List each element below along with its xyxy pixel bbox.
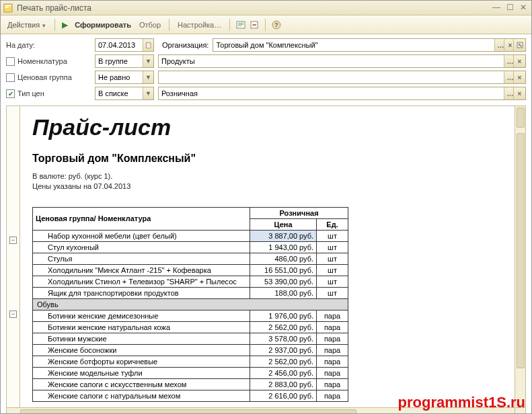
unit-cell: пара: [317, 378, 348, 390]
table-row[interactable]: Ботинки мужские3 578,00 руб.пара: [33, 333, 348, 344]
table-row[interactable]: Холодильник "Минск Атлант -215" + Кофева…: [33, 264, 348, 276]
pricegrp-op-combo[interactable]: Не равно ▼: [95, 71, 154, 84]
price-cell[interactable]: 2 937,00 руб.: [250, 344, 317, 356]
scroll-thumb[interactable]: [20, 409, 356, 414]
minimize-button[interactable]: —: [491, 3, 502, 13]
options-icon[interactable]: [235, 19, 246, 30]
actions-menu[interactable]: Действия▼: [5, 19, 49, 30]
table-row[interactable]: Ботинки женские демисезонные1 976,00 руб…: [33, 310, 348, 321]
table-row[interactable]: Женские босоножки2 937,00 руб.пара: [33, 344, 348, 356]
price-cell[interactable]: 2 562,00 руб.: [250, 356, 317, 367]
separator: [54, 19, 55, 31]
close-button[interactable]: ✕: [518, 3, 529, 13]
help-icon[interactable]: ?: [271, 19, 282, 30]
pricetype-checkbox[interactable]: ✔: [6, 89, 15, 98]
table-row[interactable]: Женские сапоги с искусственным мехом2 88…: [33, 378, 348, 390]
date-field[interactable]: 07.04.2013 📋: [95, 38, 154, 52]
scroll-thumb[interactable]: [517, 133, 525, 368]
titlebar: Печать прайс-листа — ☐ ✕: [1, 1, 531, 15]
chevron-down-icon[interactable]: ▼: [143, 71, 153, 83]
pricegrp-value-field[interactable]: … ×: [158, 71, 526, 84]
clear-icon[interactable]: ×: [513, 55, 525, 67]
settings-button[interactable]: Настройка…: [175, 19, 224, 30]
price-cell[interactable]: 1 943,00 руб.: [250, 241, 317, 253]
pricetype-op-combo[interactable]: В списке ▼: [95, 87, 154, 100]
unit-cell: пара: [317, 367, 348, 378]
clear-icon[interactable]: ×: [513, 71, 525, 83]
table-row[interactable]: Стулья486,00 руб.шт: [33, 253, 348, 264]
unit-cell: пара: [317, 344, 348, 356]
pricetype-label: Тип цен: [17, 89, 44, 97]
app-icon: [3, 3, 13, 13]
chevron-down-icon[interactable]: ▼: [143, 55, 153, 67]
unit-cell: пара: [317, 356, 348, 367]
pricegrp-checkbox[interactable]: [6, 73, 15, 82]
table-row[interactable]: Женские ботфорты коричневые2 562,00 руб.…: [33, 356, 348, 367]
table-row[interactable]: Ящик для транспортировки продуктов188,00…: [33, 287, 348, 298]
price-cell[interactable]: 3 578,00 руб.: [250, 333, 317, 344]
chevron-down-icon[interactable]: ▼: [143, 87, 153, 99]
document-viewport[interactable]: Прайс-лист Торговый дом "Комплексный" В …: [20, 106, 515, 407]
outline-collapse-icon[interactable]: −: [9, 237, 17, 244]
nomen-op-combo[interactable]: В группе ▼: [95, 54, 154, 68]
price-cell[interactable]: 53 390,00 руб.: [250, 276, 317, 287]
nomen-value-field[interactable]: Продукты … ×: [158, 54, 526, 68]
name-cell: Женские модельные туфли: [33, 367, 250, 378]
name-cell: Холодильник "Минск Атлант -215" + Кофева…: [33, 264, 250, 276]
price-cell[interactable]: 2 562,00 руб.: [250, 321, 317, 333]
unit-cell: пара: [317, 333, 348, 344]
name-cell: Стул кухонный: [33, 241, 250, 253]
table-row[interactable]: Набор кухонной мебели (цвет белый)3 887,…: [33, 230, 348, 241]
maximize-button[interactable]: ☐: [504, 3, 515, 13]
name-cell: Стулья: [33, 253, 250, 264]
unit-cell: шт: [317, 287, 348, 298]
horizontal-scrollbar[interactable]: [7, 407, 515, 414]
table-row[interactable]: Женские сапоги с натуральным мехом2 616,…: [33, 390, 348, 401]
name-cell: Ботинки мужские: [33, 333, 250, 344]
price-cell[interactable]: 16 551,00 руб.: [250, 264, 317, 276]
price-cell[interactable]: 188,00 руб.: [250, 287, 317, 298]
clear-icon[interactable]: ×: [513, 87, 525, 99]
document-area: − − Прайс-лист Торговый дом "Комплексный…: [6, 106, 526, 414]
window-title: Печать прайс-листа: [17, 3, 488, 13]
unit-cell: шт: [317, 276, 348, 287]
price-cell[interactable]: 2 456,00 руб.: [250, 367, 317, 378]
price-cell[interactable]: 3 887,00 руб.: [250, 230, 317, 241]
svg-rect-6: [238, 26, 241, 26]
outline-collapse-icon[interactable]: −: [9, 310, 17, 318]
svg-rect-1: [5, 5, 11, 6]
name-cell: Ботинки женские демисезонные: [33, 310, 250, 321]
form-button[interactable]: Сформировать: [72, 19, 134, 30]
price-cell[interactable]: 2 883,00 руб.: [250, 378, 317, 390]
unit-cell: пара: [317, 390, 348, 401]
filter-button[interactable]: Отбор: [137, 19, 163, 30]
name-cell: Женские сапоги с натуральным мехом: [33, 390, 250, 401]
table-row[interactable]: Ботинки женские натуральная кожа2 562,00…: [33, 321, 348, 333]
restore-icon[interactable]: [249, 19, 260, 30]
name-cell: Набор кухонной мебели (цвет белый): [33, 230, 250, 241]
name-cell: Женские босоножки: [33, 344, 250, 356]
separator: [265, 19, 266, 31]
outline-pane: − −: [7, 106, 20, 407]
open-icon[interactable]: [513, 39, 525, 51]
price-cell[interactable]: 1 976,00 руб.: [250, 310, 317, 321]
table-row[interactable]: Холодильник Стинол + Телевизор "SHARP" +…: [33, 276, 348, 287]
calendar-icon[interactable]: 📋: [143, 39, 153, 51]
org-label: Организация:: [162, 41, 208, 49]
price-cell[interactable]: 2 616,00 руб.: [250, 390, 317, 401]
org-field[interactable]: Торговый дом "Комплексный" … ×: [213, 38, 526, 52]
col-unit: Ед.: [317, 218, 348, 230]
table-row[interactable]: Стул кухонный1 943,00 руб.шт: [33, 241, 348, 253]
table-row[interactable]: Женские модельные туфли2 456,00 руб.пара: [33, 367, 348, 378]
price-cell[interactable]: 486,00 руб.: [250, 253, 317, 264]
table-row[interactable]: Обувь: [33, 298, 348, 310]
nomen-checkbox[interactable]: [6, 57, 15, 66]
doc-title: Прайс-лист: [32, 114, 502, 140]
name-cell: Холодильник Стинол + Телевизор "SHARP" +…: [33, 276, 250, 287]
pricetype-value-field[interactable]: Розничная … ×: [158, 87, 526, 100]
run-icon[interactable]: ▶: [62, 20, 68, 30]
vertical-scrollbar[interactable]: [515, 106, 525, 407]
scroll-thumb[interactable]: [517, 108, 525, 128]
name-cell: Ботинки женские натуральная кожа: [33, 321, 250, 333]
unit-cell: пара: [317, 321, 348, 333]
